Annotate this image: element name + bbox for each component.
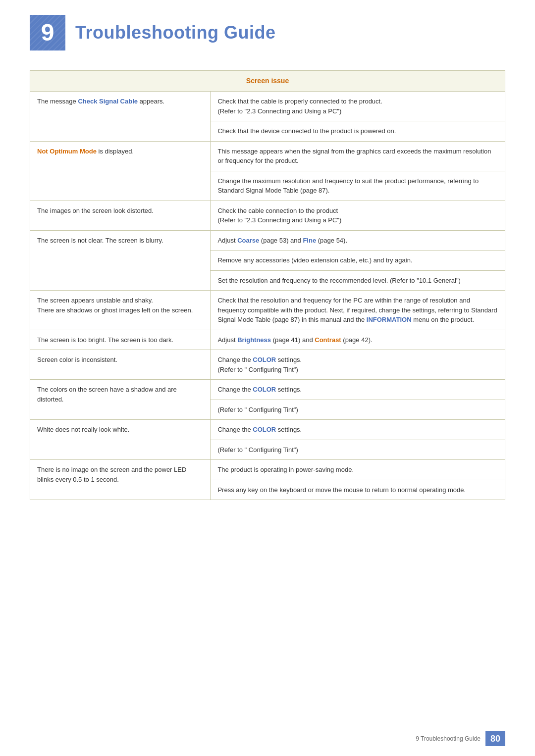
solution-cell: Change the maximum resolution and freque… <box>211 171 505 201</box>
table-section-header: Screen issue <box>30 71 505 92</box>
solution-cell: Check that the resolution and frequency … <box>211 291 505 330</box>
solution-cell: (Refer to " Configuring Tint") <box>211 440 505 460</box>
solution-cell: Change the COLOR settings.(Refer to " Co… <box>211 350 505 380</box>
solution-cell: Adjust Brightness (page 41) and Contrast… <box>211 330 505 350</box>
issue-cell: The screen is too bright. The screen is … <box>30 330 211 350</box>
solution-cell: Change the COLOR settings. <box>211 380 505 400</box>
issue-cell: The message Check Signal Cable appears. <box>30 92 211 142</box>
page-header: 9 Troubleshooting Guide <box>0 0 535 60</box>
table-row: The screen appears unstable and shaky.Th… <box>30 291 505 330</box>
table-row: Screen color is inconsistent.Change the … <box>30 350 505 380</box>
solution-cell: Remove any accessories (video extension … <box>211 251 505 271</box>
solution-cell: Press any key on the keyboard or move th… <box>211 480 505 500</box>
solution-cell: The product is operating in power-saving… <box>211 460 505 480</box>
issues-table: Screen issue The message Check Signal Ca… <box>30 70 505 500</box>
footer-label: 9 Troubleshooting Guide <box>416 735 481 742</box>
solution-cell: Check that the device connected to the p… <box>211 121 505 142</box>
page-footer: 9 Troubleshooting Guide 80 <box>416 731 505 746</box>
issue-cell: The images on the screen look distorted. <box>30 201 211 230</box>
issue-cell: White does not really look white. <box>30 420 211 460</box>
table-row: The message Check Signal Cable appears.C… <box>30 92 505 121</box>
solution-cell: Change the COLOR settings. <box>211 420 505 440</box>
chapter-badge: 9 <box>30 15 65 50</box>
issue-cell: The screen appears unstable and shaky.Th… <box>30 291 211 330</box>
issue-cell: The screen is not clear. The screen is b… <box>30 230 211 291</box>
solution-cell: Check that the cable is properly connect… <box>211 92 505 121</box>
table-row: The screen is too bright. The screen is … <box>30 330 505 350</box>
solution-cell: Adjust Coarse (page 53) and Fine (page 5… <box>211 230 505 251</box>
content-area: Screen issue The message Check Signal Ca… <box>0 60 535 530</box>
table-row: The images on the screen look distorted.… <box>30 201 505 230</box>
table-row: The screen is not clear. The screen is b… <box>30 230 505 251</box>
issue-cell: Not Optimum Mode is displayed. <box>30 141 211 201</box>
issue-cell: There is no image on the screen and the … <box>30 460 211 500</box>
solution-cell: (Refer to " Configuring Tint") <box>211 400 505 420</box>
issue-cell: The colors on the screen have a shadow a… <box>30 380 211 420</box>
chapter-number: 9 <box>41 21 54 45</box>
table-row: There is no image on the screen and the … <box>30 460 505 480</box>
table-row: The colors on the screen have a shadow a… <box>30 380 505 400</box>
page-title: Troubleshooting Guide <box>75 22 275 43</box>
issue-cell: Screen color is inconsistent. <box>30 350 211 380</box>
solution-cell: Check the cable connection to the produc… <box>211 201 505 230</box>
solution-cell: This message appears when the signal fro… <box>211 141 505 171</box>
page-number-badge: 80 <box>485 731 505 746</box>
table-row: White does not really look white.Change … <box>30 420 505 440</box>
solution-cell: Set the resolution and frequency to the … <box>211 270 505 291</box>
table-row: Not Optimum Mode is displayed.This messa… <box>30 141 505 171</box>
